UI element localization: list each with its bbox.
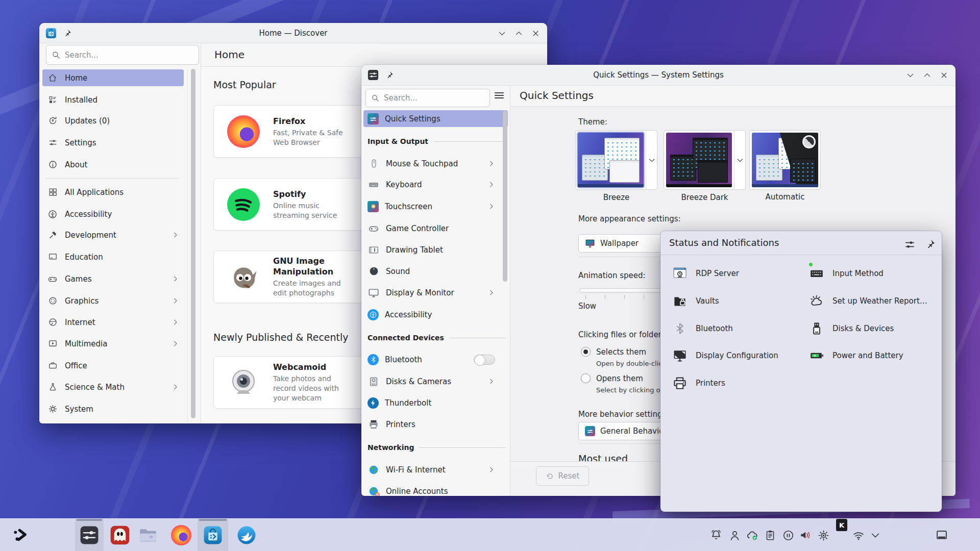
popup-item-weather[interactable]: Set up Weather Report… — [808, 293, 927, 309]
settings-nav-bluetooth[interactable]: Bluetooth — [363, 352, 499, 367]
monitor-icon — [368, 287, 380, 299]
gear-icon — [47, 404, 58, 414]
reset-button[interactable]: Reset — [536, 466, 589, 486]
tray-wifi-icon[interactable] — [851, 519, 866, 551]
tray-volume-icon[interactable] — [798, 519, 813, 551]
sidebar-item-installed[interactable]: Installed — [42, 91, 184, 108]
tray-keyboard-indicator-icon[interactable]: K — [836, 519, 848, 531]
task-ghostwriter[interactable] — [110, 519, 130, 551]
settings-nav-wifi-internet[interactable]: Wi-Fi & Internet — [363, 462, 499, 478]
task-file-manager[interactable] — [138, 519, 158, 551]
discover-titlebar[interactable]: Home — Discover — [39, 23, 547, 43]
popup-item-printers[interactable]: Printers — [672, 375, 725, 391]
theme-option-breeze[interactable] — [575, 130, 657, 190]
globe-icon — [47, 317, 58, 327]
task-system-settings[interactable] — [79, 519, 100, 551]
close-icon[interactable] — [940, 71, 948, 80]
popup-item-bluetooth[interactable]: Bluetooth — [672, 320, 733, 337]
sidebar-item-settings[interactable]: Settings — [42, 134, 184, 151]
settings-nav-game-controller[interactable]: Game Controller — [363, 220, 499, 236]
close-icon[interactable] — [531, 29, 540, 38]
settings-nav-keyboard[interactable]: Keyboard — [363, 177, 499, 192]
sidebar-item-internet[interactable]: Internet — [42, 314, 184, 331]
animation-slow-label: Slow — [578, 302, 596, 311]
settings-search-input[interactable] — [365, 89, 490, 107]
configure-icon[interactable] — [904, 239, 916, 251]
radio-opens-them[interactable]: Opens them — [581, 373, 643, 383]
breeze-dropdown[interactable] — [646, 131, 657, 189]
settings-nav-drawing-tablet[interactable]: Drawing Tablet — [363, 242, 499, 258]
sidebar-scrollbar[interactable] — [191, 69, 195, 418]
settings-nav-accessibility[interactable]: Accessibility — [363, 307, 499, 322]
popup-item-input-method[interactable]: Input Method — [808, 265, 884, 282]
pin-icon[interactable] — [924, 238, 936, 250]
popup-item-power-battery[interactable]: Power and Battery — [808, 347, 903, 364]
bluetooth-toggle[interactable] — [474, 355, 495, 365]
tray-clipboard-icon[interactable] — [764, 519, 777, 551]
show-desktop-icon[interactable] — [935, 519, 949, 551]
sidebar-item-science-math[interactable]: Science & Math — [42, 379, 184, 395]
sidebar-item-accessibility[interactable]: Accessibility — [42, 206, 184, 222]
sidebar-item-system[interactable]: System — [42, 400, 184, 417]
sidebar-item-updates[interactable]: Updates (0) — [42, 112, 184, 129]
breeze-dark-dropdown[interactable] — [734, 131, 745, 189]
minimize-icon[interactable] — [498, 29, 506, 38]
maximize-icon[interactable] — [923, 71, 932, 80]
sidebar-item-multimedia[interactable]: Multimedia — [42, 335, 184, 352]
input-method-icon — [808, 265, 825, 282]
animation-speed-slider[interactable] — [579, 288, 672, 293]
tray-cloud-sync-icon[interactable] — [745, 519, 760, 551]
settings-nav-touchscreen[interactable]: Touchscreen — [363, 198, 499, 214]
theme-option-automatic[interactable] — [749, 130, 821, 190]
settings-nav-online-accounts[interactable]: Online Accounts — [363, 483, 499, 496]
settings-sidebar-scrollbar[interactable] — [503, 111, 507, 282]
blackboard-icon — [47, 252, 58, 262]
sidebar-item-education[interactable]: Education — [42, 248, 184, 265]
tray-expand-chevron-icon[interactable] — [869, 519, 882, 551]
chevron-down-icon — [736, 156, 744, 164]
app-desc: Create images and edit photographs — [273, 279, 351, 298]
reset-icon — [546, 472, 554, 481]
sidebar-item-home[interactable]: Home — [42, 69, 184, 86]
settings-nav-thunderbolt[interactable]: Thunderbolt — [363, 395, 499, 411]
section-heading-most-popular: Most Popular — [213, 79, 276, 90]
search-input[interactable] — [46, 45, 199, 65]
popup-item-display-configuration[interactable]: Display Configuration — [672, 347, 778, 364]
settings-nav-sound[interactable]: Sound — [363, 263, 499, 279]
settings-titlebar[interactable]: Quick Settings — System Settings — [361, 65, 955, 86]
popup-item-disks-devices[interactable]: Disks & Devices — [808, 320, 894, 337]
settings-nav-quick-settings[interactable]: Quick Settings — [363, 110, 508, 127]
task-discover[interactable] — [203, 519, 223, 551]
hamburger-menu-icon[interactable] — [493, 89, 505, 102]
sidebar-item-games[interactable]: Games — [42, 270, 184, 287]
tray-notifications-bell-icon[interactable] — [709, 519, 723, 551]
maximize-icon[interactable] — [514, 29, 523, 38]
minimize-icon[interactable] — [906, 71, 915, 80]
task-falkon[interactable] — [236, 519, 257, 551]
tray-media-pause-icon[interactable] — [781, 519, 795, 551]
settings-nav-display-monitor[interactable]: Display & Monitor — [363, 285, 499, 300]
theme-option-breeze-dark[interactable] — [664, 130, 746, 190]
settings-nav-mouse-touchpad[interactable]: Mouse & Touchpad — [363, 156, 499, 171]
task-firefox[interactable] — [171, 519, 191, 551]
more-behavior-label: More behavior settings: — [578, 410, 669, 419]
battery-icon — [808, 347, 825, 364]
tray-user-icon[interactable] — [727, 519, 742, 551]
sidebar-item-development[interactable]: Development — [42, 227, 184, 243]
popup-item-rdp-server[interactable]: RDP Server — [672, 265, 739, 282]
settings-nav-disks-cameras[interactable]: Disks & Cameras — [363, 373, 499, 389]
sidebar-item-all-applications[interactable]: All Applications — [42, 184, 184, 201]
app-launcher-button[interactable] — [9, 519, 32, 551]
sidebar-item-graphics[interactable]: Graphics — [42, 292, 184, 309]
thunderbolt-icon — [368, 397, 379, 409]
weather-icon — [808, 293, 825, 309]
tray-night-light-icon[interactable] — [817, 519, 830, 551]
sidebar-item-about[interactable]: About — [42, 156, 184, 173]
general-behavior-icon — [585, 426, 595, 436]
sidebar-item-office[interactable]: Office — [42, 357, 184, 374]
popup-item-vaults[interactable]: Vaults — [672, 293, 719, 309]
popup-header-divider — [660, 255, 942, 255]
settings-nav-printers[interactable]: Printers — [363, 416, 499, 432]
display-configuration-icon — [672, 347, 688, 364]
radio-selects-them[interactable]: Selects them — [581, 347, 646, 357]
